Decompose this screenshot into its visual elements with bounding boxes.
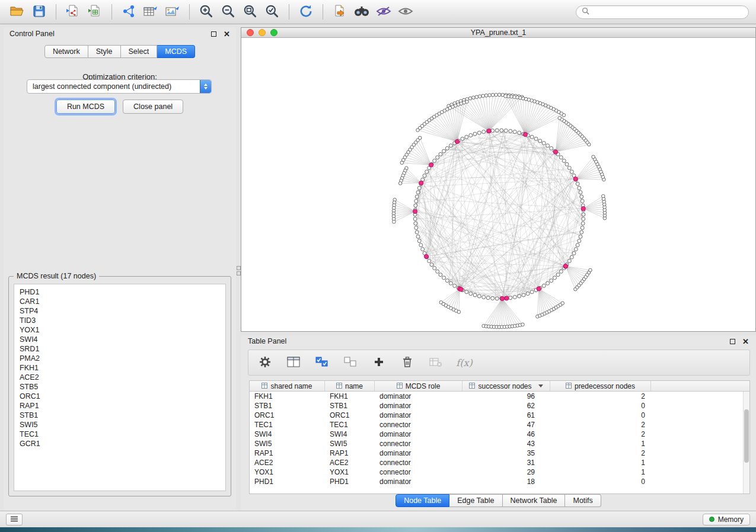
window-close-icon[interactable] bbox=[247, 29, 254, 36]
mcds-result-item[interactable]: SRD1 bbox=[20, 344, 220, 354]
close-panel-button[interactable]: Close panel bbox=[123, 100, 183, 114]
network-canvas[interactable] bbox=[241, 38, 755, 331]
column-header-name[interactable]: name bbox=[325, 381, 375, 391]
node-table: shared name name MCDS role successor nod… bbox=[249, 380, 750, 494]
window-minimize-icon[interactable] bbox=[259, 29, 266, 36]
table-cell: 0 bbox=[550, 411, 651, 419]
table-cell: FKH1 bbox=[325, 392, 375, 400]
show-details-button[interactable] bbox=[395, 2, 416, 21]
mcds-result-item[interactable]: TID3 bbox=[20, 316, 220, 325]
mcds-result-item[interactable]: CAR1 bbox=[20, 297, 220, 306]
table-cell: dominator bbox=[375, 430, 462, 438]
delete-column-button[interactable] bbox=[400, 355, 414, 370]
splitter-handle[interactable] bbox=[237, 271, 241, 275]
mcds-result-item[interactable]: STB5 bbox=[20, 382, 220, 392]
import-table-button[interactable] bbox=[85, 2, 105, 21]
table-row[interactable]: ORC1ORC1dominator610 bbox=[250, 411, 749, 420]
table-settings-button[interactable] bbox=[258, 355, 272, 370]
close-panel-icon[interactable]: ✕ bbox=[742, 338, 749, 345]
table-cell: dominator bbox=[375, 392, 462, 400]
tab-network-table[interactable]: Network Table bbox=[503, 494, 566, 507]
table-cell: 46 bbox=[462, 430, 550, 438]
find-button[interactable] bbox=[352, 2, 372, 21]
table-row[interactable]: SWI5SWI5connector431 bbox=[250, 439, 749, 448]
refresh-layout-button[interactable] bbox=[296, 2, 316, 21]
criterion-select[interactable]: largest connected component (undirected) bbox=[27, 79, 212, 94]
mcds-result-item[interactable]: TEC1 bbox=[20, 430, 220, 439]
table-row[interactable]: FKH1FKH1dominator962 bbox=[250, 392, 749, 401]
hide-selected-button[interactable] bbox=[374, 2, 394, 21]
column-header-mcds-role[interactable]: MCDS role bbox=[375, 381, 462, 391]
save-session-button[interactable] bbox=[29, 2, 49, 21]
memory-button[interactable]: Memory bbox=[703, 514, 750, 525]
create-column-button[interactable] bbox=[372, 355, 386, 370]
table-row[interactable]: SWI4SWI4dominator462 bbox=[250, 430, 749, 439]
close-panel-icon[interactable]: ✕ bbox=[224, 30, 230, 38]
tab-mcds[interactable]: MCDS bbox=[157, 45, 195, 58]
zoom-fit-button[interactable] bbox=[240, 2, 260, 21]
import-network-icon bbox=[66, 4, 80, 20]
mcds-result-item[interactable]: GCR1 bbox=[20, 439, 220, 448]
tab-motifs[interactable]: Motifs bbox=[565, 494, 601, 507]
search-input[interactable] bbox=[593, 8, 743, 16]
gear-icon bbox=[259, 356, 271, 370]
column-header-shared-name[interactable]: shared name bbox=[250, 381, 325, 391]
mcds-result-item[interactable]: PMA2 bbox=[20, 354, 220, 363]
zoom-selected-button[interactable] bbox=[262, 2, 282, 21]
mcds-result-item[interactable]: RAP1 bbox=[20, 401, 220, 411]
table-row[interactable]: STB1STB1dominator620 bbox=[250, 401, 749, 411]
deselect-all-button[interactable] bbox=[343, 355, 358, 370]
column-header-predecessor-nodes[interactable]: predecessor nodes bbox=[550, 381, 651, 391]
mcds-result-item[interactable]: STB1 bbox=[20, 411, 220, 420]
mcds-result-item[interactable]: SWI5 bbox=[20, 420, 220, 430]
export-image-button[interactable] bbox=[162, 2, 183, 21]
float-panel-icon[interactable] bbox=[211, 31, 216, 37]
show-columns-button[interactable] bbox=[286, 355, 301, 370]
column-grid-icon bbox=[397, 382, 403, 390]
open-session-button[interactable] bbox=[7, 2, 27, 21]
mcds-result-item[interactable]: ORC1 bbox=[20, 392, 220, 401]
table-row[interactable]: YOX1YOX1connector291 bbox=[250, 467, 749, 477]
mcds-result-item[interactable]: STP4 bbox=[20, 306, 220, 316]
tab-select[interactable]: Select bbox=[121, 45, 158, 58]
tab-style[interactable]: Style bbox=[88, 45, 121, 58]
table-scrollbar[interactable] bbox=[743, 392, 749, 493]
table-cell: 1 bbox=[550, 440, 651, 448]
table-cell: SWI5 bbox=[325, 440, 375, 448]
scrollbar-thumb[interactable] bbox=[744, 409, 749, 463]
trash-icon bbox=[402, 356, 413, 370]
mcds-result-item[interactable]: YOX1 bbox=[20, 325, 220, 335]
network-window-titlebar[interactable]: YPA_prune.txt_1 bbox=[241, 28, 755, 38]
mcds-result-item[interactable]: PHD1 bbox=[20, 287, 220, 297]
tab-edge-table[interactable]: Edge Table bbox=[449, 494, 502, 507]
tab-node-table[interactable]: Node Table bbox=[395, 494, 449, 507]
mcds-result-item[interactable]: SWI4 bbox=[20, 335, 220, 344]
select-all-button[interactable] bbox=[315, 355, 329, 370]
export-network-button[interactable] bbox=[330, 2, 350, 21]
column-header-label: MCDS role bbox=[406, 382, 441, 390]
column-header-label: shared name bbox=[270, 382, 312, 390]
table-row[interactable]: PHD1PHD1dominator180 bbox=[250, 477, 749, 486]
run-mcds-button[interactable]: Run MCDS bbox=[56, 100, 115, 114]
table-row[interactable]: ACE2ACE2connector311 bbox=[250, 458, 749, 467]
tab-network[interactable]: Network bbox=[44, 45, 88, 58]
new-table-button[interactable] bbox=[141, 2, 161, 21]
new-network-button[interactable] bbox=[119, 2, 139, 21]
memory-status-icon bbox=[709, 517, 714, 522]
import-network-button[interactable] bbox=[63, 2, 83, 21]
mcds-result-item[interactable]: FKH1 bbox=[20, 363, 220, 373]
mcds-result-list[interactable]: PHD1CAR1STP4TID3YOX1SWI4SRD1PMA2FKH1ACE2… bbox=[14, 284, 226, 491]
float-panel-icon[interactable] bbox=[730, 339, 735, 344]
status-menu-button[interactable] bbox=[6, 514, 23, 525]
zoom-out-button[interactable] bbox=[218, 2, 238, 21]
table-cell: PHD1 bbox=[250, 477, 325, 486]
splitter-handle[interactable] bbox=[237, 266, 241, 270]
control-panel-title: Control Panel bbox=[9, 30, 55, 38]
zoom-in-button[interactable] bbox=[196, 2, 216, 21]
save-floppy-icon bbox=[33, 5, 46, 20]
window-zoom-icon[interactable] bbox=[270, 29, 277, 36]
mcds-result-item[interactable]: ACE2 bbox=[20, 373, 220, 382]
table-row[interactable]: TEC1TEC1connector472 bbox=[250, 420, 749, 430]
column-header-successor-nodes[interactable]: successor nodes bbox=[462, 381, 550, 391]
table-row[interactable]: RAP1RAP1dominator352 bbox=[250, 448, 749, 458]
